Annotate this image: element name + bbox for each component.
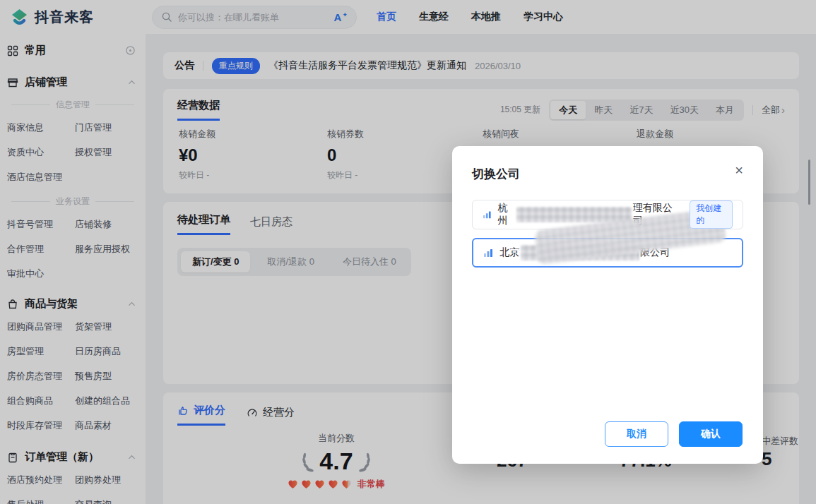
confirm-button[interactable]: 确认 — [679, 421, 743, 447]
company-bars-icon — [483, 210, 492, 220]
switch-company-modal: 切换公司 × 杭州 理有限公司 我创建的 北京 — [452, 146, 763, 464]
close-icon[interactable]: × — [735, 163, 743, 177]
company-bars-icon — [483, 248, 493, 258]
redacted-text-block — [516, 207, 631, 222]
app-root: 抖音来客 A ✦ 首页 生意经 本地推 学习中心 — [0, 0, 816, 504]
modal-title: 切换公司 — [472, 166, 520, 182]
created-by-me-badge: 我创建的 — [690, 200, 733, 229]
cancel-button[interactable]: 取消 — [605, 421, 668, 447]
